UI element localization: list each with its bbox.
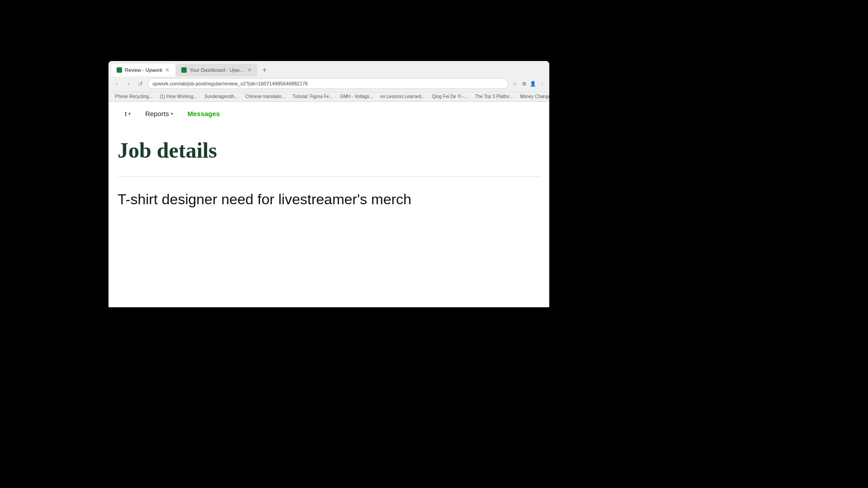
forward-button[interactable]: › [124,79,133,88]
bookmark-7[interactable]: Qing Fei De Yi -... [429,93,471,100]
nav-label-truncated: t [125,110,127,117]
page-content: t ▾ Reports ▾ Messages Job details T-shi… [108,102,549,307]
nav-label-reports: Reports [145,110,169,117]
bookmark-1[interactable]: (1) How Working... [157,93,200,100]
bookmark-2[interactable]: Sunderageroth... [202,93,241,100]
tab-bar: Review - Upwork ✕ Your Dashboard - Upwor… [108,61,549,76]
bookmark-icon[interactable]: ☆ [511,80,519,87]
bookmark-9[interactable]: Money Changes E... [517,93,549,100]
bookmark-5[interactable]: GMH - Voltags... [337,93,376,100]
bookmark-4[interactable]: Tutorial: Figma Fe... [290,93,335,100]
chevron-down-icon: ▾ [128,111,131,116]
browser-chrome: Review - Upwork ✕ Your Dashboard - Upwor… [108,61,549,102]
bookmark-6[interactable]: ex Lessons Learned... [377,93,427,100]
tab-close-2[interactable]: ✕ [247,67,252,73]
tab-favicon-2 [181,67,187,73]
tab-active[interactable]: Review - Upwork ✕ [111,64,175,76]
job-listing-title: T-shirt designer need for livestreamer's… [118,190,540,209]
bookmark-0[interactable]: Phone Recycling... [112,93,155,100]
menu-icon[interactable]: ⋮ [538,80,546,87]
refresh-button[interactable]: ↺ [136,79,145,88]
bookmark-3[interactable]: Chinese translatio... [243,93,288,100]
nav-item-reports[interactable]: Reports ▾ [138,102,180,125]
main-body: Job details T-shirt designer need for li… [108,125,549,307]
tab-2[interactable]: Your Dashboard - Upwork ✕ [176,64,257,76]
tab-title-2: Your Dashboard - Upwork [189,67,245,73]
address-bar-row: ‹ › ↺ upwork.com/ab/job-post/regular/rev… [108,76,549,92]
browser-window: Review - Upwork ✕ Your Dashboard - Upwor… [108,61,549,307]
tab-title-1: Review - Upwork [125,67,162,73]
back-button[interactable]: ‹ [112,79,121,88]
browser-icons: ☆ ⊞ 👤 ⋮ [511,80,546,87]
nav-label-messages: Messages [188,110,220,117]
address-input[interactable]: upwork.com/ab/job-post/regular/review_v2… [147,78,509,89]
chevron-down-icon-reports: ▾ [171,111,173,116]
extensions-icon[interactable]: ⊞ [520,80,528,87]
nav-item-truncated[interactable]: t ▾ [118,102,138,125]
page-title: Job details [118,139,540,163]
tab-favicon-1 [117,67,122,73]
bookmark-8[interactable]: The Top 3 Platfor... [472,93,516,100]
section-divider [118,176,540,177]
site-nav: t ▾ Reports ▾ Messages [108,102,549,125]
tab-close-1[interactable]: ✕ [165,67,170,73]
nav-item-messages[interactable]: Messages [180,102,227,125]
new-tab-button[interactable]: + [258,64,271,76]
profile-icon[interactable]: 👤 [529,80,537,87]
bookmarks-bar: Phone Recycling... (1) How Working... Su… [108,92,549,101]
